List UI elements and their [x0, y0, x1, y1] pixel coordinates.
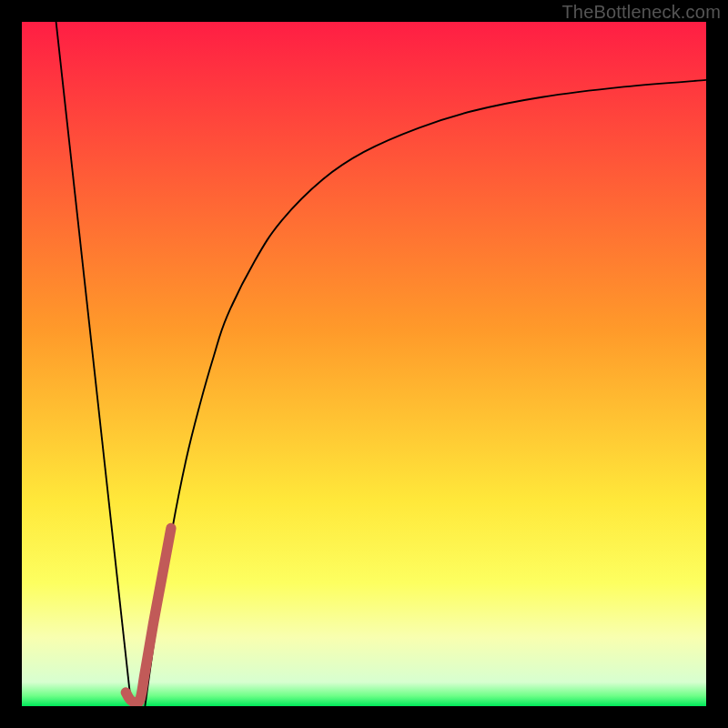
- log-curve: [145, 80, 706, 706]
- plot-area: [22, 22, 706, 706]
- outer-frame: TheBottleneck.com: [0, 0, 728, 728]
- highlight-curve: [126, 528, 171, 703]
- left-line: [56, 22, 132, 706]
- curves-layer: [22, 22, 706, 706]
- watermark-text: TheBottleneck.com: [561, 2, 721, 23]
